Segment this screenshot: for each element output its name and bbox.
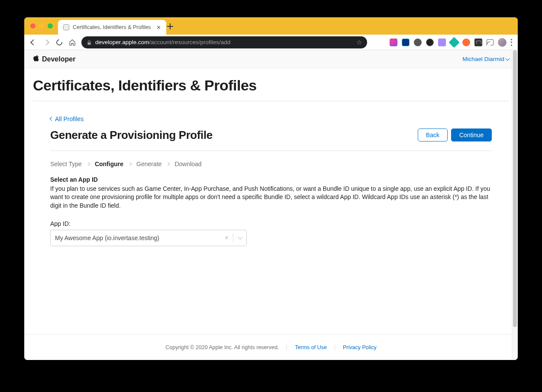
- extension-icon[interactable]: [414, 39, 422, 46]
- url-path: /account/resources/profiles/add: [149, 39, 231, 45]
- step-breadcrumb: Select Type Configure Generate Download: [50, 151, 492, 176]
- window-minimize-button[interactable]: [39, 23, 44, 29]
- profile-avatar[interactable]: [498, 38, 507, 47]
- window-maximize-button[interactable]: [48, 23, 53, 29]
- window-titlebar: Certificates, Identifiers & Profiles ✕: [24, 17, 518, 35]
- chevron-right-icon: [128, 162, 132, 165]
- apple-logo-icon[interactable]: [33, 55, 39, 64]
- extension-icon[interactable]: [462, 39, 470, 46]
- section-label: Select an App ID: [50, 176, 492, 183]
- chevron-down-icon: [506, 56, 510, 61]
- browser-toolbar: developer.apple.com/account/resources/pr…: [24, 35, 518, 50]
- page-content: Developer Michael Diarmid Certificates, …: [24, 50, 518, 360]
- user-name: Michael Diarmid: [462, 56, 504, 62]
- section-heading: Generate a Provisioning Profile: [50, 129, 213, 142]
- continue-button[interactable]: Continue: [451, 129, 492, 141]
- footer-divider: [335, 344, 335, 350]
- browser-menu-button[interactable]: [511, 39, 513, 46]
- url-host: developer.apple.com: [95, 39, 149, 45]
- extension-icon[interactable]: [426, 39, 434, 46]
- nav-back-button[interactable]: [29, 39, 37, 46]
- lock-icon: [87, 40, 91, 45]
- address-bar[interactable]: developer.apple.com/account/resources/pr…: [81, 36, 367, 48]
- step-configure: Configure: [95, 161, 123, 167]
- scrollbar-thumb[interactable]: [513, 50, 517, 327]
- back-button[interactable]: Back: [418, 129, 448, 141]
- extension-icon[interactable]: [448, 37, 459, 48]
- bookmark-star-icon[interactable]: ☆: [356, 39, 362, 46]
- browser-window: Certificates, Identifiers & Profiles ✕ d…: [24, 17, 518, 360]
- user-menu[interactable]: Michael Diarmid: [462, 56, 509, 62]
- extension-icon[interactable]: [474, 39, 482, 46]
- page-title: Certificates, Identifiers & Profiles: [33, 77, 509, 101]
- terms-link[interactable]: Terms of Use: [295, 344, 327, 350]
- tab-favicon: [63, 24, 69, 30]
- app-id-select[interactable]: My Awesome App (io.invertase.testing) ×: [50, 230, 247, 246]
- page-footer: Copyright © 2020 Apple Inc. All rights r…: [24, 334, 518, 360]
- tab-close-icon[interactable]: ✕: [156, 24, 161, 31]
- step-select-type[interactable]: Select Type: [50, 161, 82, 167]
- new-tab-button[interactable]: [167, 23, 173, 29]
- footer-divider: [287, 344, 287, 350]
- app-id-selected-value: My Awesome App (io.invertase.testing): [55, 235, 220, 241]
- extension-icon[interactable]: [402, 39, 410, 46]
- chevron-right-icon: [166, 162, 170, 165]
- privacy-link[interactable]: Privacy Policy: [343, 344, 377, 350]
- step-download: Download: [174, 161, 201, 167]
- extension-icon[interactable]: [438, 39, 446, 46]
- home-button[interactable]: [68, 39, 76, 46]
- clear-selection-icon[interactable]: ×: [220, 234, 233, 242]
- scrollbar-track[interactable]: [512, 50, 518, 360]
- reload-button[interactable]: [55, 39, 63, 46]
- window-controls: [30, 23, 53, 29]
- step-generate: Generate: [136, 161, 161, 167]
- extension-icons: [390, 38, 513, 47]
- developer-header: Developer Michael Diarmid: [24, 50, 518, 68]
- tab-title: Certificates, Identifiers & Profiles: [73, 24, 151, 30]
- chevron-right-icon: [87, 162, 90, 165]
- section-description: If you plan to use services such as Game…: [50, 185, 492, 210]
- chevron-down-icon: [238, 235, 242, 240]
- back-link-label: All Profiles: [55, 116, 84, 122]
- nav-forward-button[interactable]: [42, 39, 50, 46]
- cast-icon[interactable]: [487, 39, 494, 45]
- dropdown-toggle[interactable]: [233, 233, 242, 243]
- browser-tab[interactable]: Certificates, Identifiers & Profiles ✕: [58, 20, 166, 35]
- extension-icon[interactable]: [390, 39, 397, 46]
- window-close-button[interactable]: [30, 23, 35, 29]
- copyright-text: Copyright © 2020 Apple Inc. All rights r…: [165, 344, 279, 350]
- developer-brand-label: Developer: [42, 55, 75, 63]
- chevron-left-icon: [50, 117, 54, 121]
- all-profiles-link[interactable]: All Profiles: [50, 116, 84, 122]
- app-id-label: App ID:: [50, 220, 492, 227]
